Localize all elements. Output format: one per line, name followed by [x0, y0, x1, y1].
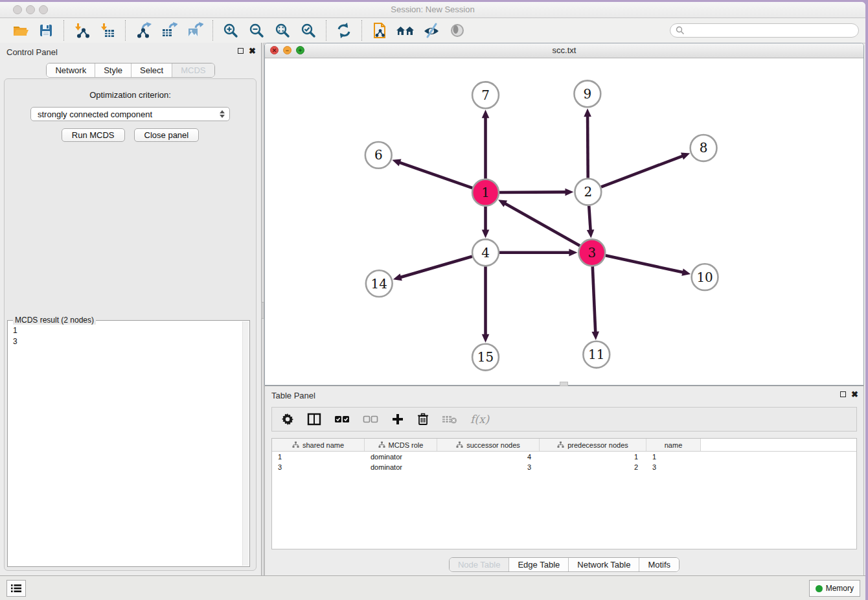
table-row[interactable]: 1dominator411	[272, 452, 856, 462]
edge-1-6[interactable]	[392, 159, 472, 188]
node-10[interactable]: 10	[692, 264, 718, 290]
sphere-icon[interactable]	[447, 21, 468, 40]
network-window-title: scc.txt	[265, 43, 863, 58]
edge-3-10[interactable]	[606, 255, 691, 275]
status-bar: Memory	[0, 575, 865, 600]
toggle-graphics-details-icon[interactable]	[421, 21, 442, 40]
save-session-icon[interactable]	[36, 21, 56, 40]
table-cell[interactable]: 1	[272, 452, 365, 462]
edge-4-3[interactable]	[499, 249, 577, 257]
tab-select[interactable]: Select	[131, 63, 172, 77]
apply-layout-icon[interactable]	[334, 21, 354, 40]
node-9[interactable]: 9	[574, 80, 600, 107]
edge-2-3[interactable]	[587, 206, 595, 238]
edge-1-2[interactable]	[499, 189, 574, 196]
tab-motifs[interactable]: Motifs	[639, 558, 679, 571]
close-panel-button[interactable]: Close panel	[134, 128, 200, 142]
houses-icon[interactable]	[395, 21, 416, 40]
edge-2-8[interactable]	[601, 153, 690, 187]
export-image-icon[interactable]	[185, 21, 205, 40]
node-6[interactable]: 6	[365, 142, 392, 168]
tab-node-table[interactable]: Node Table	[450, 558, 509, 571]
zoom-selected-icon[interactable]	[298, 21, 319, 40]
table-cell[interactable]: 3	[437, 462, 540, 472]
edge-3-11[interactable]	[591, 266, 599, 340]
add-row-icon[interactable]	[391, 411, 404, 427]
export-network-icon[interactable]	[133, 21, 154, 40]
table-cell[interactable]: 4	[437, 452, 540, 462]
node-14[interactable]: 14	[366, 270, 393, 297]
zoom-in-icon[interactable]	[220, 21, 241, 40]
minimize-window-button[interactable]	[26, 5, 35, 14]
import-table-icon[interactable]	[97, 21, 118, 40]
close-window-button[interactable]	[13, 5, 22, 14]
edge-4-15[interactable]	[482, 266, 490, 343]
select-all-icon[interactable]	[334, 411, 350, 427]
network-close-icon[interactable]: ✕	[270, 46, 279, 54]
column-header-predecessor-nodes[interactable]: predecessor nodes	[540, 439, 646, 451]
edge-2-9[interactable]	[584, 108, 591, 178]
float-table-panel-icon[interactable]	[840, 391, 846, 397]
tab-network[interactable]: Network	[47, 63, 95, 77]
memory-status-icon	[816, 585, 823, 592]
table-cell[interactable]: dominator	[365, 462, 437, 472]
split-column-icon[interactable]	[307, 411, 321, 427]
node-table: shared nameMCDS rolesuccessor nodesprede…	[271, 438, 857, 549]
edge-3-1[interactable]	[498, 200, 580, 246]
network-minimize-icon[interactable]: −	[283, 46, 291, 54]
search-box[interactable]	[670, 23, 859, 38]
task-list-button[interactable]	[6, 580, 26, 597]
memory-button[interactable]: Memory	[809, 580, 860, 597]
zoom-out-icon[interactable]	[246, 21, 267, 40]
search-input[interactable]	[687, 25, 858, 36]
table-cell[interactable]: 1	[646, 452, 701, 462]
mcds-result-title: MCDS result (2 nodes)	[13, 316, 96, 325]
tab-style[interactable]: Style	[95, 63, 131, 77]
edge-1-7[interactable]	[482, 110, 490, 179]
delete-row-icon[interactable]	[417, 411, 429, 427]
node-11[interactable]: 11	[583, 341, 610, 368]
import-network-icon[interactable]	[71, 21, 92, 40]
close-table-panel-icon[interactable]: ✖	[851, 391, 858, 398]
open-file-icon[interactable]	[10, 21, 30, 40]
network-maximize-icon[interactable]: +	[296, 46, 304, 54]
close-panel-icon[interactable]: ✖	[249, 47, 256, 54]
table-row[interactable]: 3dominator323	[272, 462, 856, 472]
run-mcds-button[interactable]: Run MCDS	[62, 128, 125, 142]
network-canvas[interactable]: 7968124314101511	[265, 58, 863, 385]
float-panel-icon[interactable]	[238, 48, 244, 54]
svg-text:3: 3	[588, 246, 596, 260]
node-7[interactable]: 7	[472, 82, 499, 108]
settings-gear-icon[interactable]	[281, 411, 294, 427]
node-4[interactable]: 4	[472, 239, 499, 266]
node-8[interactable]: 8	[691, 135, 717, 161]
horizontal-splitter-grip[interactable]	[560, 382, 568, 386]
column-header-mcds-role[interactable]: MCDS role	[365, 439, 437, 451]
table-cell[interactable]: 3	[272, 462, 365, 472]
node-15[interactable]: 15	[472, 344, 499, 371]
table-cell[interactable]: 2	[540, 462, 646, 472]
node-1[interactable]: 1	[472, 179, 499, 206]
result-scrollbar[interactable]	[242, 321, 249, 566]
tab-network-table[interactable]: Network Table	[568, 558, 639, 571]
svg-text:1: 1	[481, 185, 490, 200]
tab-edge-table[interactable]: Edge Table	[508, 558, 568, 571]
edge-1-4[interactable]	[482, 207, 490, 238]
tab-mcds[interactable]: MCDS	[172, 63, 214, 77]
table-cell[interactable]: 3	[646, 462, 701, 472]
table-panel: Table Panel ✖	[264, 386, 864, 576]
criterion-dropdown[interactable]: strongly connected component	[30, 107, 230, 121]
export-table-icon[interactable]	[159, 21, 179, 40]
node-3[interactable]: 3	[578, 239, 605, 266]
edge-4-14[interactable]	[393, 257, 472, 281]
column-header-name[interactable]: name	[646, 439, 701, 451]
unselect-all-icon[interactable]	[363, 411, 378, 427]
zoom-fit-icon[interactable]	[272, 21, 293, 40]
column-header-shared-name[interactable]: shared name	[272, 439, 365, 451]
table-cell[interactable]: dominator	[365, 452, 437, 462]
table-cell[interactable]: 1	[540, 452, 646, 462]
maximize-window-button[interactable]	[39, 5, 48, 14]
column-header-successor-nodes[interactable]: successor nodes	[437, 439, 540, 451]
node-2[interactable]: 2	[575, 179, 601, 205]
network-from-file-icon[interactable]	[369, 21, 390, 40]
